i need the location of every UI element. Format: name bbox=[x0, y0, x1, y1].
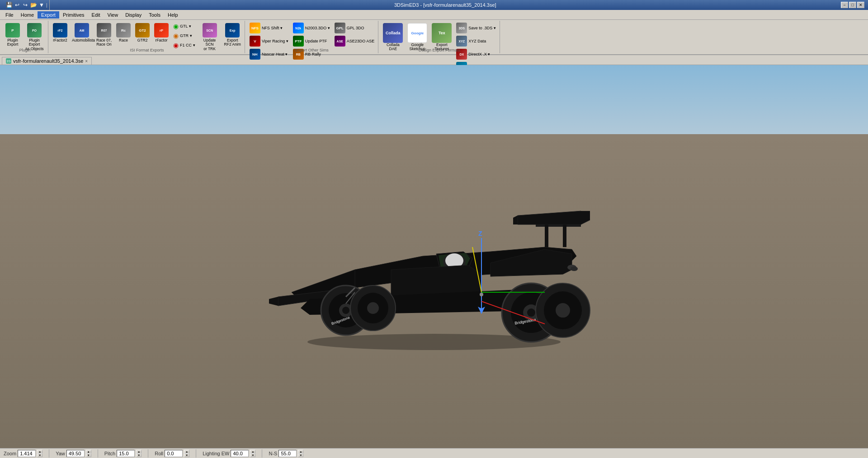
gpl-icon: GPL bbox=[335, 23, 345, 33]
race07-label: Race 07,Race On bbox=[96, 38, 112, 47]
ns-spinner[interactable]: ▲ ▼ bbox=[298, 450, 303, 457]
gtr2-button[interactable]: GT2 GTR2 bbox=[133, 22, 151, 44]
n2003-button[interactable]: N2k N2003.3DO ▾ bbox=[291, 22, 332, 34]
rfactor2-icon: rF2 bbox=[53, 23, 67, 37]
nascar-heat-label: Nascar Heat ▾ bbox=[262, 52, 288, 56]
menu-tools[interactable]: Tools bbox=[145, 11, 164, 19]
qa-undo[interactable]: ↩ bbox=[14, 1, 21, 9]
svg-text:Z: Z bbox=[478, 230, 482, 237]
ns-up[interactable]: ▲ bbox=[298, 450, 303, 453]
plugin-export-button[interactable]: P PluginExport bbox=[4, 22, 22, 48]
lighting-value: 40.0 bbox=[231, 450, 249, 457]
export-rf2-label: ExportRF2 Anim bbox=[224, 38, 241, 47]
car-model: Bridgestone Bridgestone bbox=[264, 175, 604, 356]
roll-spinner[interactable]: ▲ ▼ bbox=[184, 450, 189, 457]
qa-save[interactable]: 💾 bbox=[5, 1, 13, 9]
viewport[interactable]: Bridgestone Bridgestone bbox=[0, 65, 868, 448]
ase23do-button[interactable]: ASE ASE23DO ASE bbox=[333, 35, 377, 47]
xyz-data-label: XYZ Data bbox=[468, 39, 486, 43]
update-ptf-button[interactable]: PTF Update PTF bbox=[291, 35, 332, 47]
pitch-up[interactable]: ▲ bbox=[136, 450, 142, 453]
zoom-up[interactable]: ▲ bbox=[37, 450, 42, 453]
save-3ds-button[interactable]: 3DS Save to .3DS ▾ bbox=[454, 22, 498, 34]
gtr-dropdown-button[interactable]: ◉ GTR ▾ bbox=[171, 31, 197, 40]
zoom-down[interactable]: ▼ bbox=[37, 453, 42, 457]
toolbar-section-isi: rF2 rFactor2 AM Automobilista R07 Race 0… bbox=[49, 21, 245, 53]
race07-button[interactable]: R07 Race 07,Race On bbox=[94, 22, 113, 48]
menu-view[interactable]: View bbox=[104, 11, 122, 19]
race-button[interactable]: Rc Race bbox=[114, 22, 132, 44]
automobilista-button[interactable]: AM Automobilista bbox=[70, 22, 94, 44]
export-rf2-button[interactable]: Exp ExportRF2 Anim bbox=[222, 22, 243, 48]
gtr-icon: ◉ bbox=[173, 32, 179, 39]
plugin-export-icon: P bbox=[5, 23, 20, 37]
gpl-3do-button[interactable]: GPL GPL 3DO bbox=[333, 22, 377, 34]
viper-racing-label: Viper Racing ▾ bbox=[262, 39, 288, 43]
sep3 bbox=[148, 449, 148, 458]
menu-edit[interactable]: Edit bbox=[88, 11, 104, 19]
ns-down[interactable]: ▼ bbox=[298, 453, 303, 457]
gtl-dropdown-button[interactable]: ◉ GTL ▾ bbox=[171, 22, 197, 31]
isi-buttons: rF2 rFactor2 AM Automobilista R07 Race 0… bbox=[51, 22, 243, 62]
roll-down[interactable]: ▼ bbox=[184, 453, 189, 457]
rfactor-button[interactable]: rF rFactor bbox=[152, 22, 170, 44]
zoom-spinner[interactable]: ▲ ▼ bbox=[37, 450, 42, 457]
lighting-up[interactable]: ▲ bbox=[250, 450, 255, 453]
zoom-label: Zoom bbox=[4, 451, 16, 456]
lighting-down[interactable]: ▼ bbox=[250, 453, 255, 457]
menu-export[interactable]: Export bbox=[38, 11, 59, 19]
nfs-shift-button[interactable]: NFS NFS Shift ▾ bbox=[248, 22, 290, 34]
gtr-label: GTR ▾ bbox=[180, 33, 192, 38]
automobilista-icon: AM bbox=[75, 23, 89, 37]
zoom-value: 1.414 bbox=[18, 450, 36, 457]
yaw-field: Yaw 49.50 ▲ ▼ bbox=[56, 450, 91, 457]
quick-access-toolbar[interactable]: 💾 ↩ ↪ 📂 ▼ | bbox=[4, 0, 50, 10]
xyz-data-button[interactable]: XYZ XYZ Data bbox=[454, 35, 498, 47]
roll-up[interactable]: ▲ bbox=[184, 450, 189, 453]
rfactor2-label: rFactor2 bbox=[53, 38, 67, 42]
ns-field: N-S 55.0 ▲ ▼ bbox=[269, 450, 303, 457]
car-svg: Bridgestone Bridgestone bbox=[264, 175, 604, 355]
sep4 bbox=[196, 449, 196, 458]
race-icon: Rc bbox=[116, 23, 131, 37]
viper-racing-button[interactable]: V Viper Racing ▾ bbox=[248, 35, 290, 47]
roll-label: Roll bbox=[155, 451, 163, 456]
svg-marker-4 bbox=[581, 211, 590, 220]
toolbar-section-other: NFS NFS Shift ▾ V Viper Racing ▾ NH Nasc… bbox=[246, 21, 378, 53]
qa-redo[interactable]: ↪ bbox=[22, 1, 29, 9]
sep2 bbox=[98, 449, 98, 458]
rfactor2-button[interactable]: rF2 rFactor2 bbox=[51, 22, 69, 44]
save-3ds-label: Save to .3DS ▾ bbox=[468, 26, 496, 30]
menu-file[interactable]: File bbox=[2, 11, 17, 19]
toolbar-section-plugin: P PluginExport PO Plugin ExportAs Object… bbox=[2, 21, 48, 53]
maximize-button[interactable]: □ bbox=[849, 2, 856, 8]
qa-options[interactable]: ▼ bbox=[38, 1, 45, 9]
menu-display[interactable]: Display bbox=[122, 11, 145, 19]
export-rf2-icon: Exp bbox=[225, 23, 240, 37]
yaw-up[interactable]: ▲ bbox=[86, 450, 91, 453]
other-col-left: NFS NFS Shift ▾ V Viper Racing ▾ NH Nasc… bbox=[248, 22, 290, 67]
lighting-label: Lighting EW bbox=[203, 451, 229, 456]
f1cc-label: F1 CC ▾ bbox=[180, 43, 195, 47]
gtl-label: GTL ▾ bbox=[180, 24, 191, 28]
svg-marker-2 bbox=[536, 224, 581, 227]
gtr2-label: GTR2 bbox=[137, 38, 148, 42]
roll-value: 0.0 bbox=[165, 450, 183, 457]
window-controls[interactable]: − □ ✕ bbox=[841, 2, 864, 8]
pitch-down[interactable]: ▼ bbox=[136, 453, 142, 457]
close-button[interactable]: ✕ bbox=[857, 2, 864, 8]
minimize-button[interactable]: − bbox=[841, 2, 848, 8]
lighting-spinner[interactable]: ▲ ▼ bbox=[250, 450, 255, 457]
pitch-label: Pitch bbox=[104, 451, 115, 456]
menu-help[interactable]: Help bbox=[164, 11, 182, 19]
yaw-down[interactable]: ▼ bbox=[86, 453, 91, 457]
qa-open[interactable]: 📂 bbox=[30, 1, 37, 9]
pitch-spinner[interactable]: ▲ ▼ bbox=[136, 450, 142, 457]
yaw-spinner[interactable]: ▲ ▼ bbox=[86, 450, 91, 457]
menu-primitives[interactable]: Primitives bbox=[59, 11, 88, 19]
rfactor-icon: rF bbox=[154, 23, 169, 37]
yaw-value: 49.50 bbox=[66, 450, 85, 457]
svg-marker-3 bbox=[513, 215, 518, 224]
svg-marker-14 bbox=[269, 297, 278, 306]
menu-home[interactable]: Home bbox=[17, 11, 38, 19]
